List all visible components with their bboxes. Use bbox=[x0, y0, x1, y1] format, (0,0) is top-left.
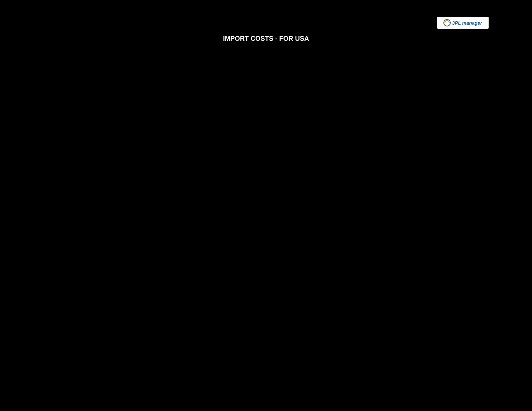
logo-text: 3PL manager bbox=[452, 20, 482, 26]
brand-logo: 3PL manager bbox=[437, 17, 489, 29]
logo-swirl-icon bbox=[443, 19, 451, 26]
page-title: IMPORT COSTS - FOR USA bbox=[40, 15, 492, 43]
